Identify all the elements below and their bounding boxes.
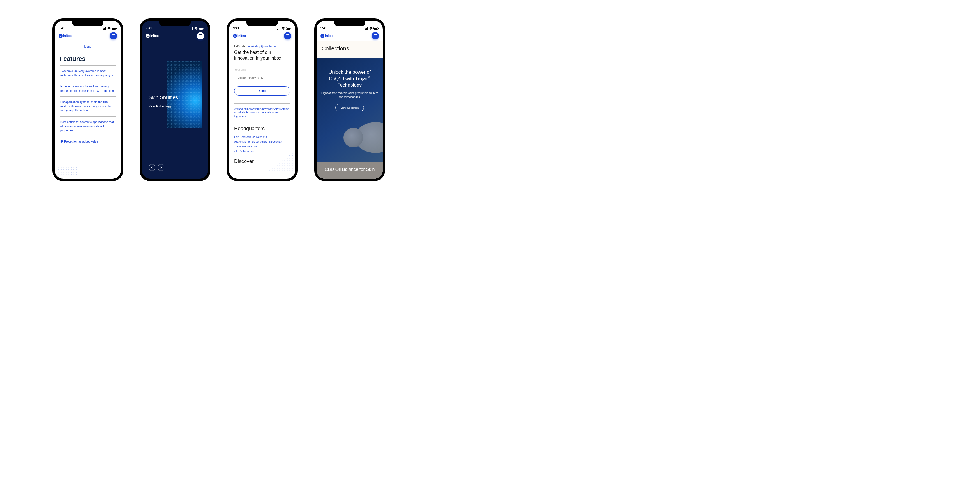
svg-rect-13 [204,28,204,29]
collections-body: Collections Unlock the power of CoQ10 wi… [317,41,383,179]
menu-button[interactable] [284,32,291,40]
privacy-checkbox[interactable] [235,77,237,79]
wifi-icon [369,27,373,30]
svg-rect-27 [378,28,379,29]
info-email-link[interactable]: info@infinitec.es [234,149,290,154]
logo-text: initec [150,34,159,38]
feature-item[interactable]: Best option for cosmetic applications th… [60,116,116,136]
phone-mockup-4: 9:41 initec Collections [314,19,385,181]
screen-technology: 9:41 initec Skin Shuttles Vi [142,21,208,179]
device-notch [334,21,365,26]
privacy-policy-link[interactable]: Privacy Policy [248,76,263,79]
arrow-right-icon [160,166,162,169]
features-section: Features Two novel delivery systems in o… [55,50,121,151]
feature-item[interactable]: Encapsulation system inside the film mad… [60,97,116,116]
brand-logo[interactable]: initec [146,34,159,38]
showcase-canvas: 9:41 initec Menu Features Two n [0,0,438,219]
feature-item[interactable]: IR-Protection as added value [60,136,116,147]
headquarters-heading: Headquarters [234,126,290,132]
carousel-prev-button[interactable] [149,164,155,171]
svg-rect-2 [104,28,105,30]
device-notch [159,21,191,26]
app-header: initec [142,30,208,41]
technology-title: Skin Shuttles [149,95,178,101]
svg-rect-22 [365,29,366,30]
view-technology-link[interactable]: View Technology [149,105,171,108]
arrow-left-icon [151,166,153,169]
features-heading: Features [60,54,116,65]
svg-rect-15 [278,29,278,30]
menu-button[interactable] [197,32,204,40]
app-header: initec [229,30,295,41]
collections-heading: Collections [317,41,383,58]
hamburger-icon [199,35,202,35]
svg-rect-7 [190,29,190,30]
email-input[interactable]: Your email [234,68,290,73]
logo-mark-icon [233,34,237,38]
svg-rect-17 [280,27,280,30]
hero-illustration [355,122,383,153]
svg-rect-14 [277,29,278,30]
svg-rect-20 [291,28,291,29]
svg-rect-16 [279,28,279,30]
carousel-next-button[interactable] [158,164,164,171]
accept-label: Accept [238,76,246,79]
menu-dropdown-trigger[interactable]: Menu [55,43,121,50]
svg-rect-6 [116,28,117,29]
battery-icon [286,27,291,30]
status-time: 9:41 [59,26,65,30]
screen-contact: 9:41 initec Let's talk – marketing [229,21,295,179]
feature-item[interactable]: Excellent semi-occlusive film-forming pr… [60,81,116,96]
svg-rect-10 [192,27,193,30]
brand-logo[interactable]: initec [233,34,246,38]
feature-item[interactable]: Two novel delivery systems in one: molec… [60,65,116,81]
contact-section: Let's talk – marketing@infinitec.es Get … [229,41,295,165]
svg-rect-1 [103,29,104,30]
divider [234,103,290,104]
phone-mockup-2: 9:41 initec Skin Shuttles Vi [140,19,210,181]
menu-button[interactable] [110,32,117,40]
status-indicators [190,27,204,30]
logo-mark-icon [320,34,325,38]
wifi-icon [282,27,285,30]
carousel-nav [149,164,164,171]
address-line-1: Can Parellada 22, Nave 2/3 [234,135,290,139]
newsletter-headline: Get the best of our innovation in your i… [234,49,290,61]
address-line-2: 08170 Montornès del Vallès (Barcelona) [234,139,290,144]
svg-rect-23 [366,28,367,30]
hero-title-line-2: CoQ10 with Trojan® [321,76,378,82]
collection-hero: Unlock the power of CoQ10 with Trojan® T… [317,58,383,163]
menu-button[interactable] [372,32,379,40]
hero-title: Unlock the power of CoQ10 with Trojan® T… [321,69,378,89]
battery-icon [199,27,204,30]
hero-title-line-1: Unlock the power of [321,69,378,76]
view-collection-button[interactable]: View Collection [336,104,364,111]
next-collection-teaser[interactable]: CBD Oil Balance for Skin [317,163,383,179]
technology-image [167,60,202,128]
svg-rect-8 [191,29,191,30]
signal-icon [364,27,368,30]
logo-text: initec [325,34,333,38]
hamburger-icon [112,35,115,35]
status-indicators [364,27,379,30]
svg-rect-5 [112,28,116,29]
svg-rect-12 [199,28,203,29]
marketing-email-link[interactable]: marketing@infinitec.es [248,45,277,48]
technology-card: Skin Shuttles View Technology [142,41,208,179]
svg-rect-3 [105,27,106,30]
hamburger-icon [286,35,290,35]
battery-icon [374,27,379,30]
svg-rect-9 [191,28,192,30]
hero-subtitle: Fight off free radicals at its productio… [321,91,378,100]
phone-mockup-3: 9:41 initec Let's talk – marketing [227,19,298,181]
brand-logo[interactable]: initec [59,34,72,38]
logo-text: initec [237,34,246,38]
send-button[interactable]: Send [234,86,290,95]
phone-line: T: +34 935 682 106 [234,144,290,149]
svg-rect-0 [103,29,103,30]
phone-mockup-1: 9:41 initec Menu Features Two n [52,19,123,181]
discover-heading: Discover [234,158,290,165]
brand-logo[interactable]: initec [320,34,333,38]
hero-title-line-3: Technology [321,82,378,89]
lets-talk-prefix: Let's talk – [234,45,248,48]
